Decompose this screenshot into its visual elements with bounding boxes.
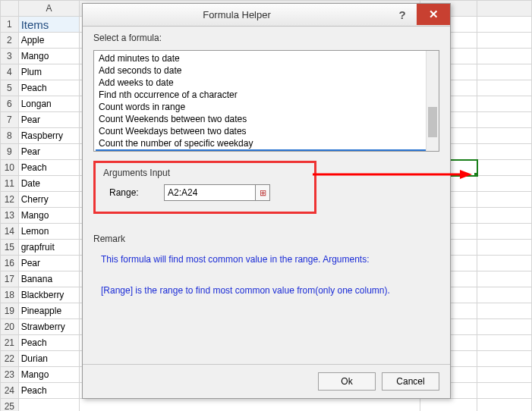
- formula-item[interactable]: Count Weekdays between two dates: [96, 125, 437, 137]
- row-header[interactable]: 14: [1, 224, 19, 240]
- cell[interactable]: [477, 17, 532, 33]
- cancel-button[interactable]: Cancel: [382, 372, 439, 391]
- cell[interactable]: Raspberry: [18, 128, 80, 144]
- cell[interactable]: [477, 176, 532, 192]
- cell[interactable]: Peach: [18, 335, 80, 351]
- cell[interactable]: Peach: [18, 160, 80, 176]
- formula-listbox[interactable]: Add minutes to dateAdd seconds to dateAd…: [93, 50, 439, 152]
- formula-item[interactable]: Count words in range: [96, 101, 437, 113]
- cell[interactable]: [477, 335, 532, 351]
- ok-button[interactable]: Ok: [318, 372, 376, 391]
- cell[interactable]: Durian: [18, 351, 80, 367]
- row-header[interactable]: 21: [1, 335, 19, 351]
- row-header[interactable]: 3: [1, 49, 19, 64]
- dialog-titlebar[interactable]: Formula Helper ? ✕: [83, 4, 450, 27]
- formula-item[interactable]: Count Weekends between two dates: [96, 113, 437, 125]
- remark-label: Remark: [93, 234, 439, 244]
- cell[interactable]: [420, 399, 477, 412]
- range-picker-button[interactable]: ⊞: [255, 185, 269, 200]
- row-header[interactable]: 7: [1, 112, 19, 128]
- row-header[interactable]: 15: [1, 240, 19, 256]
- row-header[interactable]: 2: [1, 33, 19, 49]
- cell[interactable]: [477, 49, 532, 64]
- cell[interactable]: Mango: [18, 367, 80, 383]
- row-header[interactable]: 4: [1, 64, 19, 80]
- cell[interactable]: [477, 351, 532, 367]
- cell[interactable]: [477, 192, 532, 208]
- cell[interactable]: [477, 112, 532, 128]
- cell[interactable]: Lemon: [18, 224, 80, 240]
- formula-item[interactable]: Find most common value: [96, 149, 437, 151]
- cell[interactable]: [477, 160, 532, 176]
- row-header[interactable]: 1: [1, 17, 19, 33]
- cell[interactable]: [477, 96, 532, 112]
- cell[interactable]: Pear: [18, 144, 80, 160]
- row-header[interactable]: 20: [1, 319, 19, 335]
- cell[interactable]: Cherry: [18, 192, 80, 208]
- row-header[interactable]: 13: [1, 208, 19, 224]
- row-header[interactable]: 18: [1, 287, 19, 303]
- row-header[interactable]: 8: [1, 128, 19, 144]
- cell[interactable]: [477, 33, 532, 49]
- scrollbar-thumb[interactable]: [428, 107, 437, 137]
- cell[interactable]: Pear: [18, 256, 80, 271]
- cell[interactable]: Date: [18, 176, 80, 192]
- row-header[interactable]: 23: [1, 367, 19, 383]
- cell[interactable]: [477, 208, 532, 224]
- cell[interactable]: Blackberry: [18, 287, 80, 303]
- row-header[interactable]: 19: [1, 303, 19, 319]
- cell[interactable]: Pineapple: [18, 303, 80, 319]
- row-header[interactable]: 5: [1, 80, 19, 96]
- formula-item[interactable]: Add seconds to date: [96, 64, 437, 77]
- cell[interactable]: [477, 144, 532, 160]
- close-button[interactable]: ✕: [417, 4, 450, 25]
- cell[interactable]: Plum: [18, 64, 80, 80]
- cell[interactable]: Peach: [18, 80, 80, 96]
- cell[interactable]: Mango: [18, 49, 80, 64]
- cell[interactable]: [477, 399, 532, 412]
- cell[interactable]: [477, 319, 532, 335]
- cell[interactable]: [477, 224, 532, 240]
- formula-item[interactable]: Count the number of specific weekday: [96, 137, 437, 149]
- cell[interactable]: Peach: [18, 383, 80, 399]
- cell[interactable]: Longan: [18, 96, 80, 112]
- cell[interactable]: [477, 240, 532, 256]
- row-header[interactable]: 11: [1, 176, 19, 192]
- cell[interactable]: [477, 256, 532, 271]
- cell[interactable]: [477, 303, 532, 319]
- select-all-corner[interactable]: [1, 1, 19, 17]
- cell[interactable]: [477, 64, 532, 80]
- formula-item[interactable]: Add weeks to date: [96, 77, 437, 89]
- row-header[interactable]: 6: [1, 96, 19, 112]
- cell[interactable]: Pear: [18, 112, 80, 128]
- row-header[interactable]: 25: [1, 399, 19, 412]
- row-header[interactable]: 22: [1, 351, 19, 367]
- cell[interactable]: [477, 383, 532, 399]
- cell[interactable]: [477, 128, 532, 144]
- cell[interactable]: grapfruit: [18, 240, 80, 256]
- cell[interactable]: [18, 399, 80, 412]
- items-header[interactable]: Items: [18, 17, 80, 33]
- cell[interactable]: [477, 367, 532, 383]
- row-header[interactable]: 12: [1, 192, 19, 208]
- listbox-scrollbar[interactable]: ▲ ▼: [426, 51, 439, 151]
- cell[interactable]: Banana: [18, 271, 80, 287]
- row-header[interactable]: 24: [1, 383, 19, 399]
- cell[interactable]: Strawberry: [18, 319, 80, 335]
- col-header-A[interactable]: A: [18, 1, 80, 17]
- cell[interactable]: [477, 287, 532, 303]
- cell[interactable]: [80, 399, 420, 412]
- cell[interactable]: [477, 80, 532, 96]
- row-header[interactable]: 17: [1, 271, 19, 287]
- cell[interactable]: Mango: [18, 208, 80, 224]
- help-button[interactable]: ?: [391, 7, 414, 24]
- cell[interactable]: Apple: [18, 33, 80, 49]
- row-header[interactable]: 9: [1, 144, 19, 160]
- formula-item[interactable]: Find nth occurrence of a character: [96, 89, 437, 101]
- formula-item[interactable]: Add minutes to date: [96, 52, 437, 64]
- row-header[interactable]: 10: [1, 160, 19, 176]
- remark-section: Remark This formula will find most commo…: [93, 218, 439, 358]
- range-input[interactable]: [165, 185, 255, 200]
- cell[interactable]: [477, 271, 532, 287]
- row-header[interactable]: 16: [1, 256, 19, 271]
